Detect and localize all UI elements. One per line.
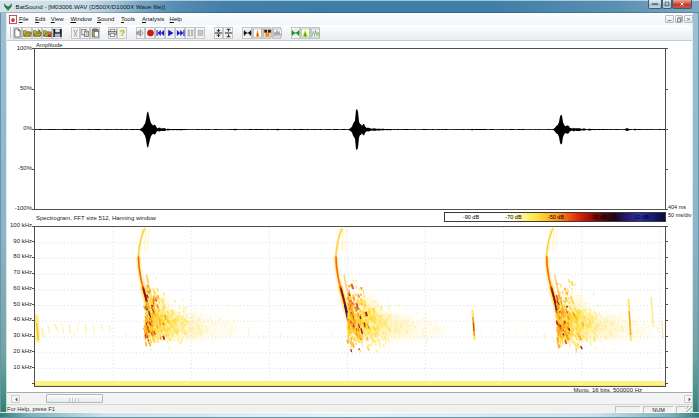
svg-text:?: ? [120, 29, 126, 39]
